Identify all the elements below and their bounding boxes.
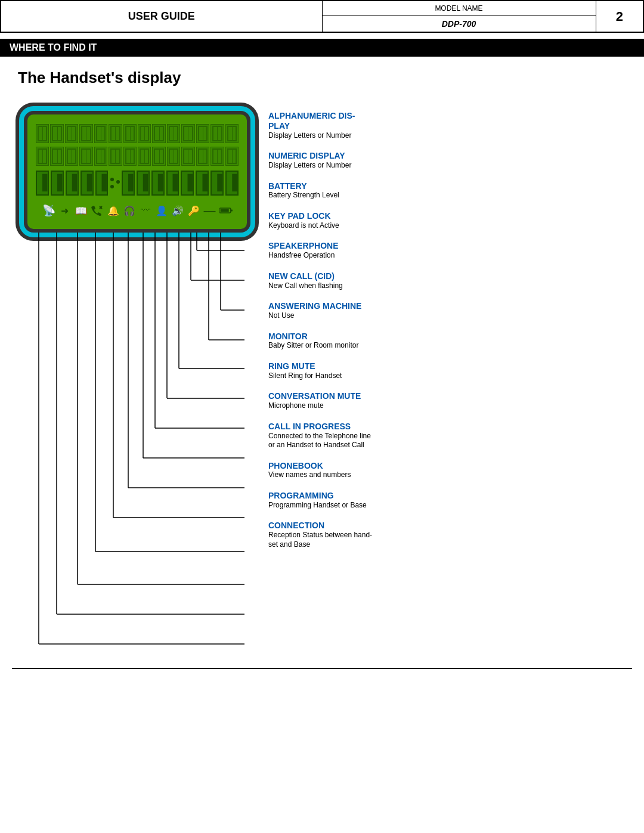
alpha-cell [152, 147, 165, 166]
label-battery: BATTERY Battery Strength Level [268, 181, 632, 200]
label-ring-mute: RING MUTE Silent Ring for Handset [268, 361, 632, 380]
label-title-monitor: MONITOR [268, 332, 632, 342]
book-icon: 📖 [75, 204, 88, 217]
model-name-value: DDP-700 [322, 16, 596, 33]
display-panel: ▐ ▐ ▐ ▐ ▐ ▐ ▐ ▐ ▐ ▐ ▐ ▐ ▐ [12, 99, 262, 650]
alpha-cell [94, 147, 107, 166]
alpha-cell [123, 147, 137, 166]
label-desc-programming: Programming Handset or Base [268, 501, 632, 510]
labels-panel: ALPHANUMERIC DIS-PLAY Display Letters or… [262, 99, 632, 650]
speaker-icon: 🔊 [171, 204, 184, 217]
label-desc-conversation-mute: Microphone mute [268, 401, 632, 411]
label-answering-machine: ANSWERING MACHINE Not Use [268, 301, 632, 320]
label-keypad-lock: KEY PAD LOCK Keyboard is not Active [268, 211, 632, 230]
alpha-cell [109, 147, 122, 166]
label-speakerphone: SPEAKERPHONE Handsfree Operation [268, 241, 632, 260]
label-desc-keypad-lock: Keyboard is not Active [268, 221, 632, 231]
label-title-call-in-progress: CALL IN PROGRESS [268, 422, 632, 432]
wave-icon: 〰 [139, 204, 152, 217]
num-digit: ▐ [66, 171, 79, 196]
label-desc-answering-machine: Not Use [268, 311, 632, 321]
page-number: 2 [596, 1, 643, 32]
label-monitor: MONITOR Baby Sitter or Room monitor [268, 332, 632, 351]
num-digit: ▐ [181, 171, 194, 196]
label-title-speakerphone: SPEAKERPHONE [268, 241, 632, 251]
alpha-cell [50, 124, 63, 143]
num-digit: ▐ [210, 171, 224, 196]
key-icon: 🔑 [187, 204, 200, 217]
label-alphanumeric: ALPHANUMERIC DIS-PLAY Display Letters or… [268, 111, 632, 140]
header-table: USER GUIDE MODEL NAME 2 DDP-700 [0, 0, 644, 33]
alpha-cell [65, 147, 78, 166]
svg-rect-4 [220, 209, 228, 212]
alpha-cell [123, 124, 137, 143]
num-digit: ▐ [95, 171, 109, 196]
alpha-cell [36, 147, 49, 166]
label-new-call: NEW CALL (CID) New Call when flashing [268, 271, 632, 290]
alpha-cell [109, 124, 122, 143]
alpha-cell [181, 124, 194, 143]
label-desc-battery: Battery Strength Level [268, 191, 632, 200]
label-desc-phonebook: View names and numbers [268, 470, 632, 480]
label-desc-numeric: Display Letters or Number [268, 161, 632, 171]
alpha-cell [196, 147, 209, 166]
label-title-ring-mute: RING MUTE [268, 361, 632, 371]
person-icon: 👤 [155, 204, 168, 217]
arrow-icon: ➜ [58, 204, 72, 217]
section-banner: WHERE TO FIND IT [0, 39, 644, 57]
label-title-programming: PROGRAMMING [268, 491, 632, 501]
alpha-cell [138, 124, 151, 143]
label-phonebook: PHONEBOOK View names and numbers [268, 461, 632, 480]
alpha-cell [225, 147, 239, 166]
label-title-keypad-lock: KEY PAD LOCK [268, 211, 632, 221]
label-desc-call-in-progress: Connected to the Telephone lineor an Han… [268, 432, 632, 450]
bottom-divider [12, 668, 632, 669]
label-numeric: NUMERIC DISPLAY Display Letters or Numbe… [268, 151, 632, 170]
label-title-phonebook: PHONEBOOK [268, 461, 632, 471]
alpha-cell [79, 124, 92, 143]
label-desc-alphanumeric: Display Letters or Number [268, 131, 632, 141]
alpha-cell [210, 147, 224, 166]
alpha-cell [152, 124, 165, 143]
label-desc-ring-mute: Silent Ring for Handset [268, 371, 632, 381]
num-digit: ▐ [122, 171, 135, 196]
main-content: ▐ ▐ ▐ ▐ ▐ ▐ ▐ ▐ ▐ ▐ ▐ ▐ ▐ [12, 99, 632, 650]
label-title-conversation-mute: CONVERSATION MUTE [268, 391, 632, 401]
connector-lines [18, 233, 256, 650]
num-digit: ▐ [225, 171, 239, 196]
label-call-in-progress: CALL IN PROGRESS Connected to the Teleph… [268, 422, 632, 450]
alpha-cell [36, 124, 49, 143]
alpha-cell [50, 147, 63, 166]
label-conversation-mute: CONVERSATION MUTE Microphone mute [268, 391, 632, 410]
num-digit: ▐ [80, 171, 94, 196]
alphanumeric-display-row2 [36, 147, 239, 166]
label-connection: CONNECTION Reception Status between hand… [268, 521, 632, 549]
numeric-display-row: ▐ ▐ ▐ ▐ ▐ ▐ ▐ ▐ ▐ ▐ ▐ ▐ ▐ [36, 171, 239, 196]
num-colon [110, 178, 114, 188]
label-title-new-call: NEW CALL (CID) [268, 271, 632, 281]
num-decimal [116, 180, 120, 186]
label-title-battery: BATTERY [268, 181, 632, 191]
headphone-icon: 🎧 [123, 204, 136, 217]
num-digit: ▐ [196, 171, 209, 196]
num-digit: ▐ [51, 171, 64, 196]
phone-x-icon [91, 204, 104, 217]
label-programming: PROGRAMMING Programming Handset or Base [268, 491, 632, 510]
connector-svg [18, 233, 256, 650]
alpha-cell [65, 124, 78, 143]
label-desc-speakerphone: Handsfree Operation [268, 251, 632, 261]
label-title-answering-machine: ANSWERING MACHINE [268, 301, 632, 311]
page-title: The Handset's display [18, 69, 626, 87]
alpha-cell [79, 147, 92, 166]
label-desc-connection: Reception Status between hand-set and Ba… [268, 531, 632, 549]
alpha-cell [196, 124, 209, 143]
alpha-cell [225, 124, 239, 143]
num-digit: ▐ [137, 171, 150, 196]
dash-icon: — [203, 204, 216, 217]
alpha-cell [138, 147, 151, 166]
num-digit: ▐ [36, 171, 49, 196]
alphanumeric-display-row1 [36, 124, 239, 143]
bell-icon: 🔔 [107, 204, 120, 217]
num-digit: ▐ [166, 171, 179, 196]
label-desc-monitor: Baby Sitter or Room monitor [268, 341, 632, 351]
